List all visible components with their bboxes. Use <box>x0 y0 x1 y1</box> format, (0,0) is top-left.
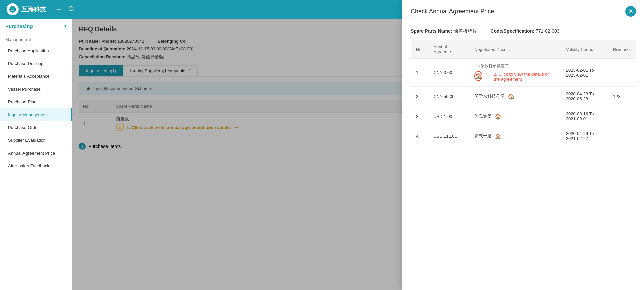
modal-cell-remarks-4 <box>608 126 636 146</box>
svg-text:互: 互 <box>11 8 15 11</box>
sidebar-item-materials-acceptance[interactable]: Materials Acceptance › <box>0 70 72 83</box>
sidebar: Purchasing ▾ Management Purchase Applica… <box>0 19 72 290</box>
modal-cell-annual-4: USD 111.00 <box>428 126 469 146</box>
modal-cell-no-2: 2 <box>411 87 428 106</box>
modal-cell-validity-2: 2020-04-23 To 2020-05-28 <box>560 87 608 106</box>
modal-table-row: 3 USD 1.00 何氏集团 🏠 2020-09-16 To 2021-09-… <box>411 106 636 126</box>
modal-cell-annual-2: CNY 50.00 <box>428 87 469 106</box>
modal-table: No. Annual Agreeme... Negotiated Price .… <box>411 40 636 146</box>
modal-cell-validity-3: 2020-09-16 To 2021-09-01 <box>560 106 608 126</box>
sidebar-item-purchase-application[interactable]: Purchase Application <box>0 45 72 57</box>
modal-col-no: No. <box>411 40 428 59</box>
chevron-right-icon: › <box>65 73 66 79</box>
modal-meta: Spare Parts Name: 前盖板垫片 Code/Specificati… <box>402 23 644 40</box>
sidebar-management-label: Management <box>0 34 72 45</box>
sidebar-section-label: Purchasing <box>5 23 33 29</box>
modal-cell-annual-1: CNY 3.00 <box>428 59 469 87</box>
search-button[interactable] <box>68 6 74 13</box>
modal-col-remarks: Remarks <box>608 40 636 59</box>
sidebar-item-purchase-plan[interactable]: Purchase Plan <box>0 96 72 108</box>
price-icon-2[interactable]: 🏠 <box>507 93 515 100</box>
modal-cell-no-3: 3 <box>411 106 428 126</box>
modal-cell-negotiated-2: 吴学来科技公司 🏠 <box>469 87 560 106</box>
modal-cell-no-4: 4 <box>411 126 428 146</box>
sidebar-item-purchase-order[interactable]: Purchase Order <box>0 121 72 134</box>
modal-cell-validity-1: 2023-02-01 To 2025-02-01 <box>560 59 608 87</box>
sidebar-section-purchasing[interactable]: Purchasing ▾ <box>0 19 72 34</box>
modal-cell-remarks-3 <box>608 106 636 126</box>
logo: 互 互海科技 <box>7 3 46 15</box>
modal-table-row: 1 CNY 3.00 test采购订单供应商 🏠 → 2. Click to v… <box>411 59 636 87</box>
red-annotation: → 2. Click to view the details of the ag… <box>484 72 555 82</box>
modal-header: Check Annual Agreement Price ✕ <box>402 0 644 23</box>
modal-panel: Check Annual Agreement Price ✕ Spare Par… <box>402 0 644 290</box>
modal-close-button[interactable]: ✕ <box>625 6 636 17</box>
modal-body: No. Annual Agreeme... Negotiated Price .… <box>402 40 644 290</box>
modal-cell-remarks-2: 123 <box>608 87 636 106</box>
svg-line-3 <box>72 10 73 11</box>
sidebar-item-inquiry-management[interactable]: Inquiry Management <box>0 108 72 121</box>
sidebar-item-vessel-purchase[interactable]: Vessel Purchase <box>0 83 72 96</box>
modal-cell-annual-3: USD 1.00 <box>428 106 469 126</box>
modal-col-validity: Validity Period <box>560 40 608 59</box>
sidebar-item-supplier-evaluation[interactable]: Supplier Evaluation <box>0 134 72 147</box>
modal-col-negotiated: Negotiated Price ... <box>469 40 560 59</box>
modal-code: Code/Specification: 771-02-003 <box>490 28 559 34</box>
circled-price-icon[interactable]: 🏠 <box>474 71 482 81</box>
modal-cell-no-1: 1 <box>411 59 428 87</box>
red-arrow-icon: → <box>484 73 491 81</box>
modal-cell-negotiated-4: 霸气十足 🏠 <box>469 126 560 146</box>
sidebar-item-after-sales-feedback[interactable]: After-sales Feedback <box>0 160 72 172</box>
modal-title: Check Annual Agreement Price <box>411 8 494 15</box>
modal-cell-negotiated-1: test采购订单供应商 🏠 → 2. Click to view the det… <box>469 59 560 87</box>
modal-cell-negotiated-3: 何氏集团 🏠 <box>469 106 560 126</box>
modal-col-annual: Annual Agreeme... <box>428 40 469 59</box>
sidebar-item-purchase-docking[interactable]: Purchase Docking <box>0 57 72 70</box>
price-icon-4[interactable]: 🏠 <box>494 132 502 140</box>
svg-point-2 <box>69 6 73 10</box>
modal-cell-validity-4: 2020-04-29 To 2021-02-27 <box>560 126 608 146</box>
sidebar-item-annual-agreement-price[interactable]: Annual Agreement Price <box>0 147 72 160</box>
header-nav: ← <box>56 6 346 13</box>
chevron-down-icon: ▾ <box>64 24 66 29</box>
modal-spare-parts: Spare Parts Name: 前盖板垫片 <box>411 28 477 34</box>
price-icon-3[interactable]: 🏠 <box>494 113 502 120</box>
logo-icon: 互 <box>7 3 19 15</box>
modal-table-row: 4 USD 111.00 霸气十足 🏠 2020-04-29 To 2021-0… <box>411 126 636 146</box>
back-button[interactable]: ← <box>56 6 62 13</box>
modal-table-row: 2 CNY 50.00 吴学来科技公司 🏠 2020-04-23 To 2020… <box>411 87 636 106</box>
modal-cell-remarks-1 <box>608 59 636 87</box>
